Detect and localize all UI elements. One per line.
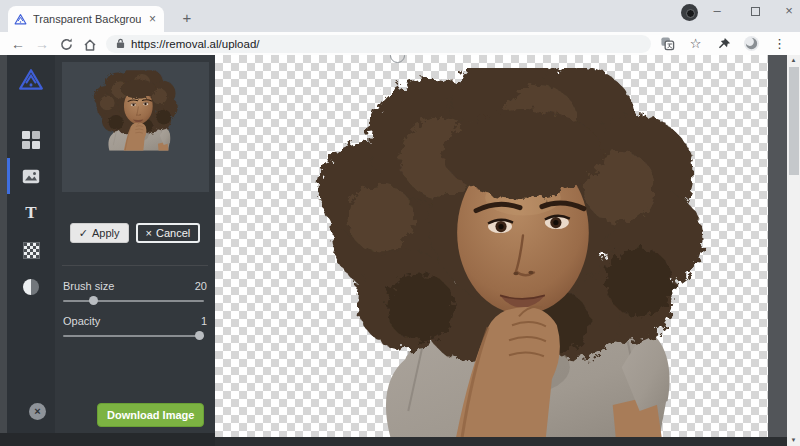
checkerboard-icon [23, 242, 40, 259]
tab-close-icon[interactable]: × [147, 12, 158, 26]
sidebar-close-button[interactable]: × [29, 403, 46, 420]
translate-icon[interactable] [659, 35, 676, 52]
vertical-scrollbar[interactable]: ▲ ▼ [787, 55, 800, 446]
brush-cursor [390, 55, 405, 63]
tool-transparency[interactable] [7, 240, 55, 261]
slider-track [63, 300, 204, 302]
text-tool-icon: T [25, 204, 36, 222]
brush-size-slider[interactable] [63, 296, 204, 305]
tab-strip: Transparent Background Make × + – × [0, 0, 800, 32]
window-maximize-button[interactable] [738, 0, 772, 24]
extension-pin-icon[interactable] [715, 35, 732, 52]
recording-indicator-icon [681, 4, 698, 21]
address-bar[interactable]: https://removal.al/upload/ [106, 35, 651, 53]
forward-icon[interactable]: → [30, 36, 54, 52]
cancel-label: Cancel [156, 227, 190, 239]
canvas-area [215, 55, 787, 446]
grid-icon [22, 131, 40, 149]
scroll-up-icon[interactable]: ▲ [787, 55, 800, 66]
browser-menu-icon[interactable]: ⋮ [771, 35, 788, 52]
new-tab-button[interactable]: + [178, 9, 196, 27]
contrast-icon [23, 279, 39, 295]
window-close-button[interactable]: × [772, 0, 800, 24]
panel-actions: ✓ Apply × Cancel [55, 223, 215, 243]
preview-thumbnail [62, 62, 209, 192]
app-bottom-bar [0, 433, 215, 446]
app-logo-icon [18, 67, 44, 93]
profile-avatar-icon[interactable] [743, 35, 760, 52]
image-icon [22, 169, 40, 184]
browser-window: Transparent Background Make × + – × ← → … [0, 0, 800, 446]
browser-toolbar: ← → https://removal.al/upload/ ☆ [0, 32, 800, 55]
tool-contrast[interactable] [7, 277, 55, 297]
canvas-bottom-bar [215, 437, 787, 446]
home-icon[interactable] [78, 35, 102, 51]
tool-layout[interactable] [7, 129, 55, 151]
tool-image[interactable] [7, 167, 55, 186]
editor-panel: ✓ Apply × Cancel Brush size 20 Opacity 1 [55, 55, 215, 433]
opacity-slider[interactable] [63, 331, 204, 340]
page-left-edge [0, 55, 7, 433]
apply-label: Apply [92, 227, 120, 239]
thumbnail-image [92, 70, 179, 151]
toolbar-actions: ☆ ⋮ [659, 35, 800, 52]
url-text[interactable]: https://removal.al/upload/ [131, 38, 260, 50]
back-icon[interactable]: ← [6, 36, 30, 52]
brush-size-label: Brush size [63, 280, 114, 292]
tab-favicon-icon [14, 13, 27, 26]
maximize-icon [751, 7, 760, 16]
opacity-label: Opacity [63, 315, 100, 327]
active-tool-indicator [7, 158, 10, 194]
tool-list: T [7, 129, 55, 297]
check-icon: ✓ [79, 227, 88, 240]
page-content: T × ✓ Apply × [0, 55, 800, 446]
reload-icon[interactable] [54, 36, 78, 52]
tab-title: Transparent Background Make [33, 13, 141, 25]
window-minimize-button[interactable]: – [700, 0, 734, 24]
browser-tab[interactable]: Transparent Background Make × [8, 6, 164, 32]
brush-size-value: 20 [195, 280, 207, 292]
x-icon: × [146, 227, 152, 239]
panel-divider [62, 265, 208, 266]
opacity-value: 1 [201, 315, 207, 327]
download-image-button[interactable]: Download Image [97, 403, 204, 427]
slider-track [63, 335, 204, 337]
opacity-row: Opacity 1 [63, 315, 207, 327]
tool-text[interactable]: T [7, 202, 55, 224]
tool-sidebar: T × [7, 55, 55, 433]
opacity-slider-thumb[interactable] [195, 331, 204, 340]
scrollbar-thumb[interactable] [789, 67, 799, 175]
apply-button[interactable]: ✓ Apply [70, 223, 129, 243]
brush-slider-thumb[interactable] [89, 296, 98, 305]
cancel-button[interactable]: × Cancel [136, 223, 201, 243]
subject-image [310, 68, 710, 437]
lock-icon [116, 38, 125, 49]
brush-size-row: Brush size 20 [63, 280, 207, 292]
transparent-canvas[interactable] [215, 55, 768, 437]
scroll-down-icon[interactable]: ▼ [787, 435, 800, 446]
bookmark-star-icon[interactable]: ☆ [687, 35, 704, 52]
